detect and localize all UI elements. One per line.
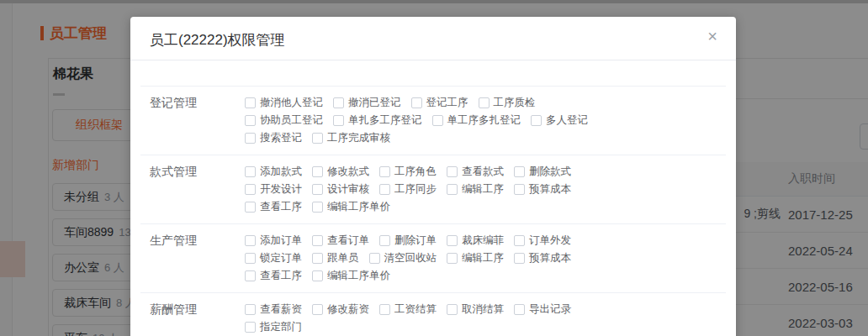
checkbox-icon[interactable] [245, 235, 256, 246]
checkbox-icon[interactable] [447, 235, 458, 246]
checkbox-icon[interactable] [333, 115, 344, 126]
permission-checkbox-item[interactable]: 单工序多扎登记 [432, 113, 521, 128]
checkbox-icon[interactable] [245, 115, 256, 126]
checkbox-icon[interactable] [514, 304, 525, 315]
permission-checkbox-item[interactable]: 添加订单 [245, 234, 302, 248]
permission-checkbox-item[interactable]: 单扎多工序登记 [333, 113, 422, 128]
permission-label: 修改薪资 [327, 302, 369, 317]
checkbox-icon[interactable] [379, 166, 390, 177]
checkbox-icon[interactable] [447, 304, 458, 315]
checkbox-icon[interactable] [312, 270, 323, 281]
permission-checkbox-item[interactable]: 修改薪资 [312, 302, 369, 317]
checkbox-icon[interactable] [447, 253, 458, 264]
permission-checkbox-item[interactable]: 编辑工序 [447, 251, 504, 265]
checkbox-icon[interactable] [245, 133, 256, 144]
permission-checkbox-item[interactable]: 工序同步 [379, 182, 437, 197]
permission-checkbox-item[interactable]: 工序角色 [379, 165, 437, 179]
permission-checkbox-item[interactable]: 清空回收站 [369, 251, 437, 265]
checkbox-icon[interactable] [245, 184, 256, 195]
checkbox-icon[interactable] [531, 115, 542, 126]
permission-checkbox-item[interactable]: 取消结算 [447, 302, 504, 317]
checkbox-icon[interactable] [379, 184, 390, 195]
checkbox-icon[interactable] [379, 304, 390, 315]
permission-checkbox-item[interactable]: 查看工序 [245, 269, 302, 283]
permission-checkbox-item[interactable]: 查看工序 [245, 200, 302, 214]
modal-title: 员工(22222)权限管理 [150, 32, 285, 48]
permission-section-label: 款式管理 [150, 163, 245, 181]
checkbox-icon[interactable] [369, 253, 380, 264]
permission-checkbox-item[interactable]: 查看订单 [312, 234, 369, 248]
permission-checkbox-item[interactable]: 登记工序 [411, 96, 468, 110]
checkbox-icon[interactable] [312, 235, 323, 246]
permission-checkbox-item[interactable]: 指定部门 [245, 320, 302, 334]
permission-row: 搜索登记工序完成审核 [245, 129, 726, 147]
close-icon[interactable]: × [707, 28, 717, 45]
checkbox-icon[interactable] [514, 253, 525, 264]
checkbox-icon[interactable] [312, 184, 323, 195]
permission-checkbox-item[interactable]: 工资结算 [379, 302, 437, 317]
checkbox-icon[interactable] [312, 304, 323, 315]
checkbox-icon[interactable] [312, 166, 323, 177]
checkbox-icon[interactable] [245, 270, 256, 281]
checkbox-icon[interactable] [245, 202, 256, 213]
checkbox-icon[interactable] [447, 184, 458, 195]
checkbox-icon[interactable] [447, 166, 458, 177]
permission-checkbox-item[interactable]: 搜索登记 [245, 131, 302, 145]
permission-checkbox-item[interactable]: 查看款式 [447, 165, 504, 179]
permission-checkbox-item[interactable]: 删除款式 [514, 165, 571, 179]
permission-checkbox-item[interactable]: 开发设计 [245, 182, 302, 197]
permission-label: 编辑工序单价 [327, 200, 390, 214]
checkbox-icon[interactable] [245, 166, 256, 177]
permission-checkbox-item[interactable]: 编辑工序 [447, 182, 504, 197]
checkbox-icon[interactable] [479, 97, 490, 108]
permission-checkbox-item[interactable]: 裁床编菲 [447, 234, 504, 248]
checkbox-icon[interactable] [245, 322, 256, 333]
permission-row: 查看薪资修改薪资工资结算取消结算导出记录 [245, 301, 726, 318]
permission-checkbox-item[interactable]: 编辑工序单价 [312, 269, 390, 283]
checkbox-icon[interactable] [514, 166, 525, 177]
permission-checkbox-item[interactable]: 撤消已登记 [333, 96, 401, 110]
permission-label: 裁床编菲 [462, 234, 504, 248]
permission-checkbox-item[interactable]: 撤消他人登记 [245, 96, 323, 110]
permission-checkbox-item[interactable]: 工序质检 [479, 96, 536, 110]
checkbox-icon[interactable] [245, 304, 256, 315]
permission-checkbox-item[interactable]: 添加款式 [245, 165, 302, 179]
checkbox-icon[interactable] [245, 97, 256, 108]
checkbox-icon[interactable] [245, 253, 256, 264]
permission-checkbox-item[interactable]: 协助员工登记 [245, 113, 323, 128]
checkbox-icon[interactable] [411, 97, 422, 108]
modal-header: 员工(22222)权限管理 × [130, 17, 736, 60]
permission-checkbox-item[interactable]: 设计审核 [312, 182, 369, 197]
permission-label: 锁定订单 [260, 251, 302, 265]
permission-checkbox-item[interactable]: 预算成本 [514, 182, 571, 197]
permission-label: 多人登记 [546, 113, 588, 128]
permission-checkbox-item[interactable]: 多人登记 [531, 113, 588, 128]
permission-row: 查看工序编辑工序单价 [245, 198, 726, 216]
permission-checkbox-item[interactable]: 导出记录 [514, 302, 571, 317]
checkbox-icon[interactable] [432, 115, 443, 126]
permission-checkbox-item[interactable]: 删除订单 [379, 234, 437, 248]
permission-label: 清空回收站 [384, 251, 437, 265]
permission-checkbox-item[interactable]: 跟单员 [312, 251, 359, 265]
checkbox-icon[interactable] [312, 253, 323, 264]
permission-checkbox-item[interactable]: 预算成本 [514, 251, 571, 265]
permission-label: 工序同步 [394, 182, 437, 197]
checkbox-icon[interactable] [312, 133, 323, 144]
checkbox-icon[interactable] [333, 97, 344, 108]
permission-section-label: 生产管理 [150, 232, 245, 249]
checkbox-icon[interactable] [514, 235, 525, 246]
checkbox-icon[interactable] [379, 235, 390, 246]
permission-checkbox-item[interactable]: 订单外发 [514, 234, 571, 248]
permission-row: 添加订单查看订单删除订单裁床编菲订单外发 [245, 232, 726, 249]
permission-row: 查看工序编辑工序单价 [245, 267, 726, 285]
checkbox-icon[interactable] [514, 184, 525, 195]
permission-checkbox-item[interactable]: 工序完成审核 [312, 131, 390, 145]
permission-checkbox-item[interactable]: 锁定订单 [245, 251, 302, 265]
permission-label: 工序完成审核 [327, 131, 390, 145]
checkbox-icon[interactable] [312, 202, 323, 213]
permission-checkbox-item[interactable]: 编辑工序单价 [312, 200, 390, 214]
permission-checkbox-item[interactable]: 查看薪资 [245, 302, 302, 317]
permission-label: 单扎多工序登记 [348, 113, 422, 128]
permission-modal: 员工(22222)权限管理 × 登记管理撤消他人登记撤消已登记登记工序工序质检协… [130, 17, 736, 336]
permission-checkbox-item[interactable]: 修改款式 [312, 165, 369, 179]
